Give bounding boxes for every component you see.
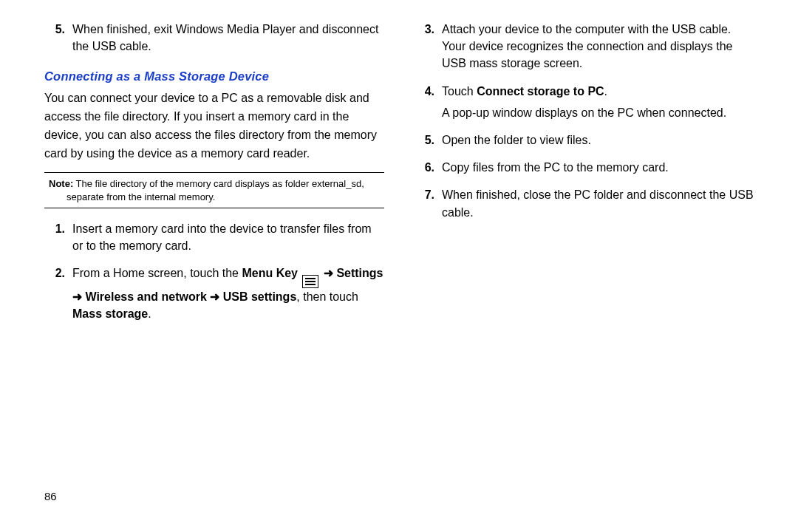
list-item: 4. Touch Connect storage to PC. A pop-up… (414, 83, 754, 121)
text-fragment: . (148, 307, 151, 320)
menu-bars-icon (305, 278, 316, 285)
item-text: Touch Connect storage to PC. A pop-up wi… (442, 83, 754, 121)
item-number: 5. (44, 21, 72, 55)
left-column: 5. When finished, exit Windows Media Pla… (44, 21, 384, 332)
list-item: 3. Attach your device to the computer wi… (414, 21, 754, 72)
text-fragment: A pop-up window displays on the PC when … (442, 106, 726, 119)
item-text: Open the folder to view files. (442, 132, 754, 149)
text-fragment: From a Home screen, touch the (72, 267, 242, 279)
item-text: Attach your device to the computer with … (442, 21, 754, 72)
item-number: 1. (44, 220, 72, 254)
text-fragment: . (604, 85, 607, 98)
item-text: When finished, exit Windows Media Player… (72, 21, 384, 55)
connect-storage-label: Connect storage to PC (477, 85, 604, 98)
item-text: When finished, close the PC folder and d… (442, 186, 754, 220)
item-number: 7. (414, 186, 442, 220)
item-text: Copy files from the PC to the memory car… (442, 159, 754, 176)
item-number: 3. (414, 21, 442, 72)
text-fragment: Touch (442, 85, 477, 98)
note-box: Note: The file directory of the memory c… (44, 172, 384, 208)
item-number: 2. (44, 265, 72, 322)
section-subheading: Connecting as a Mass Storage Device (44, 69, 384, 83)
item-text: Insert a memory card into the device to … (72, 220, 384, 254)
list-item: 2. From a Home screen, touch the Menu Ke… (44, 265, 384, 322)
settings-label: Settings (336, 267, 383, 279)
two-column-layout: 5. When finished, exit Windows Media Pla… (44, 21, 754, 332)
note-label: Note: (49, 178, 73, 189)
document-page: 5. When finished, exit Windows Media Pla… (0, 0, 798, 532)
list-item: 5. Open the folder to view files. (414, 132, 754, 149)
list-item: 1. Insert a memory card into the device … (44, 220, 384, 254)
page-number: 86 (44, 490, 57, 502)
arrow-icon: ➜ (324, 267, 336, 279)
arrow-icon: ➜ (72, 290, 85, 303)
note-text: The file directory of the memory card di… (66, 178, 364, 203)
item-number: 5. (414, 132, 442, 149)
arrow-icon: ➜ (210, 290, 222, 303)
text-fragment: , then touch (296, 290, 358, 303)
menu-key-label: Menu Key (242, 267, 298, 279)
list-item: 5. When finished, exit Windows Media Pla… (44, 21, 384, 55)
item-number: 6. (414, 159, 442, 176)
wireless-network-label: Wireless and network (85, 290, 206, 303)
list-item: 7. When finished, close the PC folder an… (414, 186, 754, 220)
intro-paragraph: You can connect your device to a PC as a… (44, 89, 384, 163)
item-number: 4. (414, 83, 442, 121)
mass-storage-label: Mass storage (72, 307, 148, 320)
usb-settings-label: USB settings (223, 290, 297, 303)
item-text: From a Home screen, touch the Menu Key ➜… (72, 265, 384, 322)
list-item: 6. Copy files from the PC to the memory … (414, 159, 754, 176)
right-column: 3. Attach your device to the computer wi… (414, 21, 754, 332)
menu-key-icon (302, 275, 318, 288)
